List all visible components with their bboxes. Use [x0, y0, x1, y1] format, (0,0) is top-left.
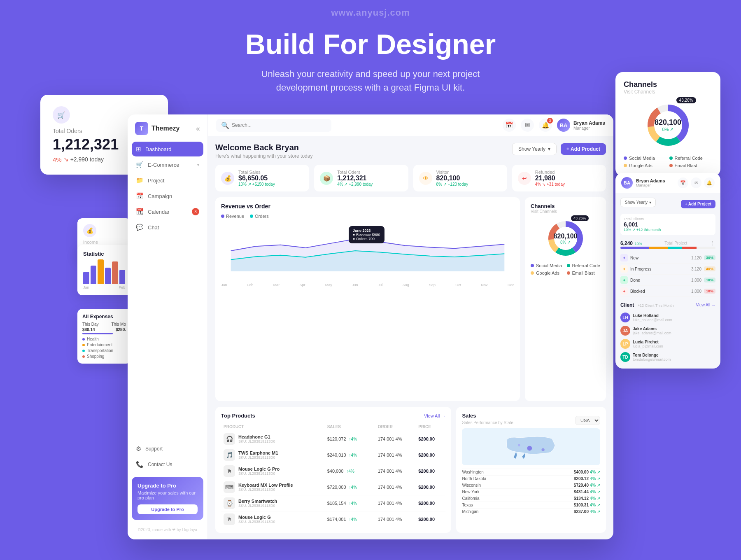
sd-task-badge-0: 30%: [704, 255, 715, 260]
product-sku-3: SKU: JL293819113D0: [238, 488, 293, 492]
sd-task-name-0: New: [630, 256, 689, 260]
sd-task-icon-2: ✦: [620, 276, 628, 284]
sd-clients-value: 6,001: [624, 221, 712, 228]
calendar-icon-btn[interactable]: 📅: [503, 119, 516, 132]
order-cell-0: 174,001 4%: [375, 431, 416, 447]
main-channels-legend-item-1: Referral Code: [669, 156, 713, 161]
sidebar-bottom-item-contact-us[interactable]: 📞 Contact Us: [132, 457, 203, 472]
product-info-2: Mouse Logic G Pro SKU: JL293819113D0: [238, 467, 280, 476]
sd-project-change: 10%: [634, 242, 642, 246]
donut-center: 820,100 8% ↗: [554, 233, 578, 245]
table-row: 🎧 Headphone G1 SKU: JL293819113D0 $120,0…: [221, 431, 445, 447]
product-thumb-2: 🖱: [224, 465, 235, 477]
product-name-5: Mouse Logic G: [238, 515, 275, 520]
sidebar-item-calendar[interactable]: 📆 Calendar 3: [132, 204, 203, 219]
sd-task-3: ✦ Blocked 1,000 10%: [620, 286, 715, 297]
sd-client-email-3: tomdelonge@mail.com: [633, 357, 671, 362]
upgrade-button[interactable]: Upgrade to Pro: [137, 504, 198, 514]
expenses-month-value: $280.: [116, 327, 126, 332]
sidebar-item-dashboard[interactable]: ⊞ Dashboard: [132, 142, 203, 156]
bottom-row: Top Products View All → PRODUCT SALES OR…: [215, 407, 606, 533]
product-sku-4: SKU: JL293819113D0: [238, 504, 277, 508]
search-box[interactable]: 🔍: [216, 119, 331, 132]
state-change-6: 4% ↗: [590, 509, 600, 514]
state-row-2: Wisconsin $720.40 4% ↗: [462, 482, 600, 488]
main-ch-label-0: Social Media: [629, 156, 655, 161]
sd-task-name-3: Blocked: [630, 289, 689, 294]
show-yearly-label: Show Yearly: [518, 146, 545, 152]
state-name-2: Wisconsin: [462, 483, 481, 488]
show-yearly-button[interactable]: Show Yearly ▾: [512, 143, 557, 155]
price-cell-1: $200.00: [416, 447, 445, 463]
expenses-card: All Expenses This Day This Mo $80.14 $28…: [77, 309, 131, 364]
mail-icon-btn[interactable]: ✉: [521, 119, 534, 132]
add-product-label: + Add Product: [566, 146, 600, 152]
state-value-1: $200.12: [574, 476, 589, 481]
sales-card: Sales Sales Performance by State USA: [456, 407, 606, 533]
products-table: PRODUCT SALES ORDER PRICE 🎧 Headphone G1…: [221, 423, 445, 527]
state-name-0: Washington: [462, 470, 483, 474]
sidebar-item-e-commerce[interactable]: 🛒 E-Commerce ▾: [132, 157, 203, 172]
sidebar-item-chat[interactable]: 💬 Chat: [132, 220, 203, 235]
state-value-3: $431.44: [574, 490, 589, 494]
sd-show-yearly-button[interactable]: Show Yearly ▾: [620, 198, 656, 207]
sd-mail-icon[interactable]: ✉: [691, 177, 701, 188]
state-list: Washington $400.00 4% ↗ North Dakota $20…: [462, 469, 600, 515]
sd-clients-view-all[interactable]: View All →: [696, 303, 715, 307]
sd-calendar-icon[interactable]: 📅: [678, 177, 688, 188]
sd-icons: 📅 ✉ 🔔: [678, 177, 715, 188]
donut-change-large: 8% ↗: [655, 127, 681, 132]
sd-progress-segment-1: [620, 247, 649, 249]
sd-project-label: Total Project: [664, 241, 687, 245]
order-cell-5: 174,001 4%: [375, 511, 416, 527]
stat-bar-1: [91, 266, 97, 284]
donut-badge-large: 43.26%: [676, 97, 696, 103]
legend-item-1: Orders: [250, 214, 269, 219]
sd-client-name-0: Luke Holland: [633, 313, 672, 318]
income-icon: 💰: [83, 224, 96, 237]
sd-more-icon[interactable]: ⋮: [710, 240, 715, 246]
state-name-3: New York: [462, 490, 479, 494]
nav-icon: 🛒: [136, 161, 144, 168]
ch-dot-3: [567, 271, 570, 275]
expense-dot-0: [82, 338, 85, 341]
sd-task-name-1: In Progress: [630, 267, 689, 271]
search-icon: 🔍: [221, 121, 229, 129]
sidebar-collapse-button[interactable]: «: [196, 124, 200, 133]
stat-label-2: Visitor: [436, 170, 501, 175]
x-axis-label: Feb: [247, 283, 254, 287]
sidebar-item-project[interactable]: 📁 Project: [132, 173, 203, 188]
sd-user-role: Manager: [636, 183, 665, 187]
sidebar-item-campaign[interactable]: 📅 Campaign: [132, 189, 203, 203]
top-products-card: Top Products View All → PRODUCT SALES OR…: [215, 407, 451, 533]
sd-client-email-2: lucia_p@mail.com: [633, 344, 663, 348]
page-subtitle: Here's what happening with your store to…: [215, 153, 312, 159]
expenses-day-value: $80.14: [82, 327, 95, 332]
sd-add-project-button[interactable]: + Add Project: [681, 200, 715, 208]
legend-label-0: Revenue: [226, 214, 244, 219]
sidebar-bottom-item-support[interactable]: ⚙ Support: [132, 441, 203, 456]
donut-center-large: 820,100 8% ↗: [655, 118, 681, 132]
ch-label-3: Email Blast: [572, 271, 595, 275]
sd-bell-icon[interactable]: 🔔: [704, 177, 715, 188]
expense-cat-1: Entertainment: [82, 343, 126, 347]
sales-cell-2: $40,000 ↑4%: [325, 463, 375, 479]
chevron-down-icon: ▾: [548, 146, 550, 152]
chevron-icon: ▾: [197, 163, 199, 167]
secondary-dashboard: BA Bryan Adams Manager 📅 ✉ 🔔 Show Yearly…: [615, 173, 720, 369]
search-input[interactable]: [232, 122, 294, 128]
nav-label: Chat: [148, 224, 159, 231]
channels-legend: Social Media Referral Code Google Ads Em…: [531, 263, 600, 275]
expenses-month-label: This Mo: [111, 322, 126, 327]
add-product-button[interactable]: + Add Product: [561, 143, 606, 155]
region-selector[interactable]: USA: [575, 416, 600, 425]
bell-icon-btn[interactable]: 🔔 3: [539, 119, 552, 132]
stat-bar-4: [112, 261, 118, 284]
donut-value-large: 820,100: [655, 118, 681, 127]
stat-icon-3: ↩: [518, 172, 531, 185]
header-actions: Show Yearly ▾ + Add Product: [512, 143, 606, 155]
nav-badge: 3: [192, 208, 199, 215]
products-view-all[interactable]: View All →: [424, 413, 445, 418]
stat-value-0: $6,650.05: [238, 175, 303, 182]
expense-label-2: Transportation: [87, 348, 113, 353]
